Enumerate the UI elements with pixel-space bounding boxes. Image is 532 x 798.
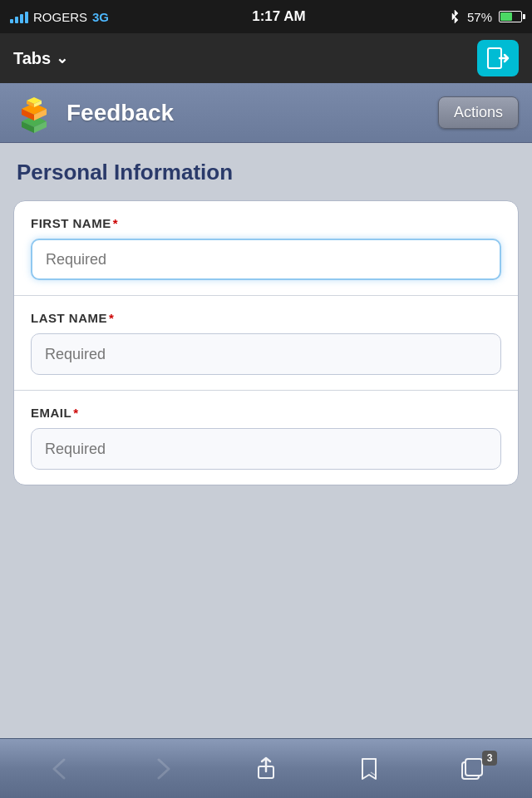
- app-header: Feedback Actions: [0, 83, 532, 143]
- signal-bar-1: [10, 19, 13, 23]
- last-name-input[interactable]: [31, 333, 501, 375]
- status-bar: ROGERS 3G 1:17 AM 57%: [0, 0, 532, 33]
- email-field: EMAIL*: [14, 391, 518, 485]
- email-label: EMAIL*: [31, 406, 501, 420]
- last-name-required: *: [109, 311, 114, 325]
- app-title: Feedback: [66, 100, 174, 126]
- bookmarks-button[interactable]: [336, 746, 402, 792]
- bluetooth-icon: [449, 9, 461, 24]
- signal-bar-2: [15, 17, 18, 23]
- nav-bar: Tabs ⌄: [0, 33, 532, 83]
- login-button[interactable]: [477, 40, 519, 76]
- battery-fill: [500, 12, 512, 21]
- bookmarks-icon: [355, 755, 383, 783]
- email-required: *: [73, 406, 78, 420]
- forward-icon: [149, 755, 177, 783]
- login-icon: [485, 46, 510, 71]
- back-button[interactable]: [27, 746, 93, 792]
- tabs-button[interactable]: Tabs ⌄: [13, 49, 68, 68]
- tabs-button-bar[interactable]: 3: [439, 746, 505, 792]
- status-time: 1:17 AM: [252, 8, 306, 25]
- back-icon: [46, 755, 74, 783]
- email-input[interactable]: [31, 428, 501, 470]
- first-name-required: *: [113, 216, 118, 230]
- forward-button[interactable]: [130, 746, 196, 792]
- section-title: Personal Information: [13, 160, 519, 185]
- actions-button[interactable]: Actions: [438, 96, 519, 129]
- first-name-label: FIRST NAME*: [31, 216, 501, 230]
- carrier-text: ROGERS: [33, 10, 87, 24]
- last-name-field: LAST NAME*: [14, 296, 518, 391]
- bottom-toolbar: 3: [0, 738, 532, 798]
- tabs-chevron-icon: ⌄: [56, 49, 68, 67]
- share-button[interactable]: [233, 746, 299, 792]
- app-header-left: Feedback: [13, 92, 174, 134]
- signal-bar-3: [20, 14, 23, 23]
- share-icon: [252, 755, 280, 783]
- last-name-label: LAST NAME*: [31, 311, 501, 325]
- first-name-input[interactable]: [31, 239, 501, 280]
- app-icon: [13, 92, 55, 134]
- battery-percent: 57%: [467, 10, 492, 24]
- tabs-count-badge: 3: [482, 751, 497, 766]
- tabs-label: Tabs: [13, 49, 51, 68]
- signal-bar-4: [25, 12, 28, 23]
- battery-icon: [499, 11, 522, 22]
- first-name-field: FIRST NAME*: [14, 201, 518, 296]
- main-content: Personal Information FIRST NAME* LAST NA…: [0, 143, 532, 738]
- signal-bars: [10, 10, 28, 23]
- svg-rect-12: [466, 759, 482, 776]
- form-container: FIRST NAME* LAST NAME* EMAIL*: [13, 200, 519, 485]
- status-left: ROGERS 3G: [10, 10, 109, 24]
- status-right: 57%: [449, 9, 522, 24]
- network-type: 3G: [92, 10, 109, 24]
